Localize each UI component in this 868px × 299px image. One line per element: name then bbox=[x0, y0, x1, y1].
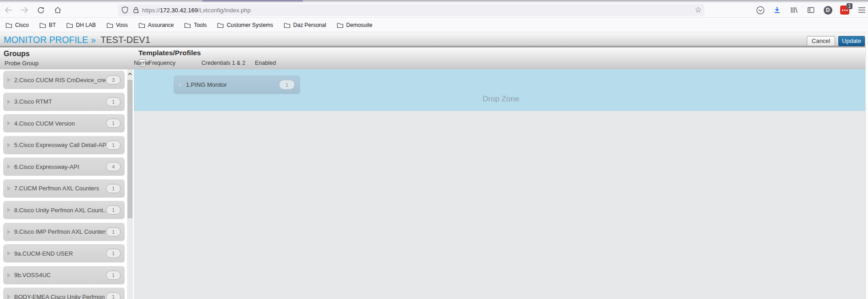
bookmark-label: Voss bbox=[116, 22, 128, 28]
back-icon bbox=[5, 7, 12, 13]
probe-group-item[interactable]: 7.CUCM Perfmon AXL Counters 1 bbox=[3, 179, 125, 198]
url-bar[interactable]: https://172.30.42.169/Lxtconfig/index.ph… bbox=[118, 4, 704, 16]
expand-arrow-icon[interactable] bbox=[7, 208, 11, 212]
probe-group-item[interactable]: 8.Cisco Unity Perfmon AXL Count... 1 bbox=[3, 201, 125, 219]
bookmark-label: Assurance bbox=[148, 22, 174, 28]
bookmark-label: Cisco bbox=[15, 22, 29, 28]
groups-list: 2.Cisco CUCM RIS CmDevice_creds 3 3.Cisc… bbox=[0, 69, 127, 299]
library-button[interactable] bbox=[789, 4, 799, 16]
folder-icon bbox=[39, 22, 46, 28]
probe-group-item[interactable]: 6.Cisco Expressway-API 4 bbox=[3, 157, 125, 176]
template-item-label: 1.PING Monitor bbox=[186, 81, 227, 88]
drop-zone-label: Drop Zone bbox=[134, 94, 868, 104]
probe-group-item[interactable]: 9a.CUCM-END USER 1 bbox=[3, 244, 125, 262]
expand-arrow-icon[interactable] bbox=[7, 294, 11, 299]
groups-title: Groups bbox=[4, 50, 30, 58]
forward-button[interactable] bbox=[18, 5, 30, 16]
bookmark-folder[interactable]: Customer Systems bbox=[217, 22, 273, 28]
probe-group-count-badge: 4 bbox=[106, 162, 121, 171]
bookmark-folder[interactable]: Daz Personal bbox=[284, 22, 326, 28]
home-icon bbox=[54, 6, 62, 14]
probe-group-label: 9.Cisco IMP Perfmon AXL Counters bbox=[14, 228, 106, 235]
bookmark-folder[interactable]: BT bbox=[39, 22, 56, 28]
expand-arrow-icon[interactable] bbox=[7, 186, 11, 191]
expand-arrow-icon[interactable] bbox=[7, 230, 11, 234]
bookmark-star-icon[interactable]: ☆ bbox=[695, 5, 702, 16]
folder-icon bbox=[138, 22, 145, 28]
bookmark-folder[interactable]: Assurance bbox=[138, 22, 174, 28]
expand-arrow-icon[interactable] bbox=[7, 273, 11, 278]
account-button[interactable]: D bbox=[822, 4, 833, 16]
probe-group-item[interactable]: 9.Cisco IMP Perfmon AXL Counters 1 bbox=[3, 223, 125, 241]
sidebars-button[interactable] bbox=[805, 4, 816, 16]
bookmark-folder[interactable]: Cisco bbox=[5, 22, 29, 28]
bookmark-label: BT bbox=[49, 22, 56, 28]
probe-group-label: 9b.VOSS4UC bbox=[14, 272, 51, 278]
probe-group-count-badge: 1 bbox=[106, 97, 121, 106]
groups-panel: 2.Cisco CUCM RIS CmDevice_creds 3 3.Cisc… bbox=[0, 69, 134, 299]
probe-group-count-badge: 3 bbox=[106, 75, 121, 84]
bookmark-label: DH LAB bbox=[76, 22, 95, 28]
home-button[interactable] bbox=[52, 5, 64, 16]
probe-group-count-badge: 1 bbox=[106, 227, 121, 236]
breadcrumb: MONITOR PROFILE »TEST-DEV1 bbox=[4, 35, 150, 45]
toolbar-right-icons: D 1 bbox=[755, 4, 868, 16]
bookmark-label: Customer Systems bbox=[227, 22, 273, 28]
extension-button[interactable]: 1 bbox=[839, 4, 850, 16]
probe-group-label: 2.Cisco CUCM RIS CmDevice_creds bbox=[14, 77, 106, 84]
expand-arrow-icon[interactable] bbox=[7, 100, 11, 104]
probe-group-item[interactable]: 5.Cisco Expressway Call Detail-API 1 bbox=[3, 136, 125, 154]
groups-scrollbar[interactable] bbox=[127, 69, 133, 299]
expand-arrow-icon[interactable] bbox=[179, 83, 182, 87]
shield-icon[interactable] bbox=[122, 6, 128, 14]
probe-group-count-badge: 1 bbox=[106, 141, 121, 150]
menu-button[interactable] bbox=[856, 4, 867, 16]
expand-arrow-icon[interactable] bbox=[7, 164, 11, 169]
lock-icon[interactable] bbox=[132, 6, 139, 14]
page-header: MONITOR PROFILE »TEST-DEV1 Cancel Update bbox=[0, 33, 868, 47]
probe-group-count-badge: 1 bbox=[106, 205, 121, 215]
column-enabled: Enabled bbox=[255, 60, 276, 66]
templates-table-header: Name Frequency Credentials 1 & 2 Enabled bbox=[134, 59, 545, 68]
probe-group-item[interactable]: 2.Cisco CUCM RIS CmDevice_creds 3 bbox=[3, 71, 125, 89]
extension-badge: 1 bbox=[847, 3, 852, 9]
cancel-button[interactable]: Cancel bbox=[807, 36, 835, 46]
template-item[interactable]: 1.PING Monitor 1 bbox=[174, 75, 300, 94]
probe-group-label: 4.Cisco CUCM Version bbox=[14, 120, 75, 127]
probe-group-item[interactable]: 3.Cisco RTMT 1 bbox=[3, 93, 125, 111]
expand-arrow-icon[interactable] bbox=[7, 251, 11, 256]
breadcrumb-link[interactable]: MONITOR PROFILE » bbox=[4, 35, 96, 45]
pocket-button[interactable] bbox=[755, 4, 766, 16]
scrollbar-thumb[interactable] bbox=[127, 80, 132, 218]
drop-zone[interactable]: Drop Zone 1.PING Monitor 1 bbox=[134, 69, 868, 111]
bookmark-folder[interactable]: Voss bbox=[106, 22, 128, 28]
probe-group-count-badge: 1 bbox=[106, 292, 121, 299]
expand-arrow-icon[interactable] bbox=[7, 121, 11, 126]
probe-group-label: 8.Cisco Unity Perfmon AXL Count... bbox=[14, 207, 106, 214]
reload-button[interactable] bbox=[35, 5, 47, 16]
folder-icon bbox=[106, 22, 113, 28]
folder-icon bbox=[217, 22, 224, 28]
bookmark-folder[interactable]: Tools bbox=[184, 22, 206, 28]
scrollbar-up-arrow[interactable] bbox=[127, 71, 133, 77]
probe-group-label: 3.Cisco RTMT bbox=[14, 98, 52, 105]
bookmarks-bar: Cisco BT DH LAB Voss Assurance bbox=[0, 18, 868, 32]
bookmark-folder[interactable]: DH LAB bbox=[66, 22, 95, 28]
expand-arrow-icon[interactable] bbox=[7, 143, 11, 147]
probe-group-item[interactable]: 4.Cisco CUCM Version 1 bbox=[3, 114, 125, 132]
reload-icon bbox=[37, 6, 45, 14]
expand-arrow-icon[interactable] bbox=[7, 78, 11, 82]
column-credentials: Credentials 1 & 2 bbox=[201, 60, 245, 66]
bookmark-label: Tools bbox=[194, 22, 206, 28]
column-frequency: Frequency bbox=[148, 60, 175, 66]
downloads-button[interactable] bbox=[772, 4, 783, 16]
probe-group-item[interactable]: BODY-EMEA Cisco Unity Perfmon ... 1 bbox=[3, 288, 125, 299]
update-button[interactable]: Update bbox=[838, 36, 865, 46]
folder-icon bbox=[284, 22, 291, 28]
probe-group-item[interactable]: 9b.VOSS4UC 1 bbox=[3, 266, 125, 284]
bookmark-folder[interactable]: Demosuite bbox=[337, 22, 372, 28]
back-button[interactable] bbox=[2, 5, 14, 16]
templates-title: Templates/Profiles bbox=[138, 49, 201, 57]
account-avatar: D bbox=[824, 6, 832, 15]
bookmark-label: Demosuite bbox=[346, 22, 372, 28]
